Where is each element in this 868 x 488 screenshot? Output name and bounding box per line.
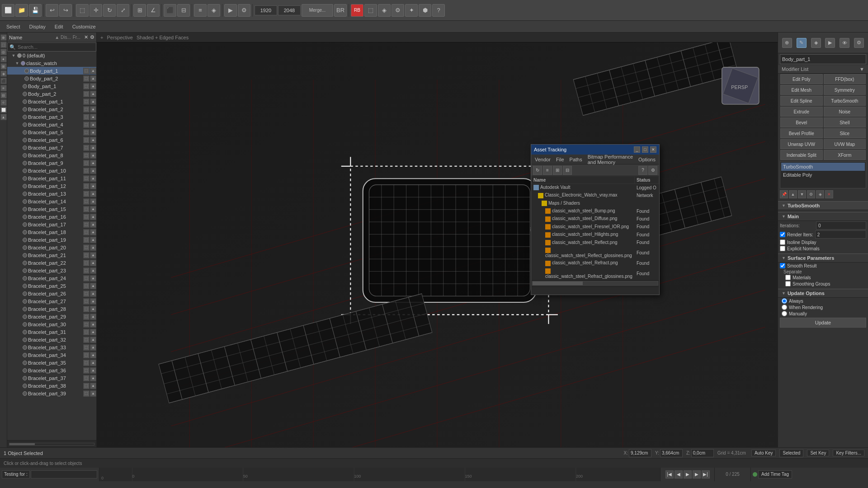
tree-item-classic-watch[interactable]: ▼ classic_watch bbox=[7, 59, 96, 67]
tree-item-bracelet-part-7[interactable]: Bracelet_part_7 ⬚ ▲ bbox=[7, 144, 96, 151]
tree-item-bracelet-part-5[interactable]: Bracelet_part_5 ⬚ ▲ bbox=[7, 128, 96, 136]
tree-item-body-part-2[interactable]: Body_part_2 ⬚ ▲ bbox=[7, 90, 96, 98]
tree-item-bracelet-part-22[interactable]: Bracelet_part_22 ⬚ ▲ bbox=[7, 259, 96, 267]
xform-btn[interactable]: XForm bbox=[824, 150, 866, 160]
render-icon[interactable]: ▶ bbox=[224, 4, 237, 17]
dialog-minimize-btn[interactable]: _ bbox=[634, 146, 640, 153]
iterations-value[interactable]: 0 bbox=[816, 221, 866, 230]
unwrap-uvw-btn[interactable]: Unwrap UVW bbox=[780, 139, 823, 149]
tree-item-bracelet-part-17[interactable]: Bracelet_part_17 ⬚ ▲ bbox=[7, 221, 96, 228]
asset-row-hilights[interactable]: classic_watch_steel_Hilights.png Found bbox=[532, 231, 659, 239]
dialog-options-menu[interactable]: Options bbox=[637, 156, 657, 163]
testing-input[interactable] bbox=[31, 470, 97, 479]
viewport-perspective[interactable]: Perspective bbox=[107, 35, 132, 40]
stack-arrow-up[interactable]: ▲ bbox=[789, 190, 797, 198]
viewport-plus[interactable]: + bbox=[100, 35, 103, 40]
left-tool-2[interactable]: ⬚ bbox=[0, 42, 7, 48]
stack-instance-icon[interactable]: ◈ bbox=[816, 190, 824, 198]
y-value[interactable]: 3,664cm bbox=[660, 449, 683, 457]
select-icon[interactable]: ⬚ bbox=[76, 4, 89, 17]
tree-item-bracelet-part-11[interactable]: Bracelet_part_11 ⬚ ▲ bbox=[7, 174, 96, 182]
key-filters-btn[interactable]: Key Filters... bbox=[833, 450, 864, 456]
create-icon[interactable]: ⊕ bbox=[782, 38, 792, 48]
help-icon[interactable]: ? bbox=[432, 4, 445, 17]
render2-icon[interactable]: ⬚ bbox=[364, 4, 377, 17]
bevel-btn[interactable]: Bevel bbox=[780, 117, 823, 127]
tree-item-bracelet-part-10[interactable]: Bracelet_part_10 ⬚ ▲ bbox=[7, 167, 96, 174]
left-tool-4[interactable]: ✦ bbox=[0, 56, 7, 62]
select-menu[interactable]: Select bbox=[4, 23, 23, 30]
mirror-icon[interactable]: ⬛ bbox=[164, 4, 176, 17]
asset-row-vault[interactable]: Autodesk Vault Logged O bbox=[532, 184, 659, 192]
set-key-btn[interactable]: Set Key bbox=[807, 450, 829, 456]
open-icon[interactable]: 📁 bbox=[15, 4, 28, 17]
dialog-close-btn[interactable]: ✕ bbox=[650, 146, 656, 153]
bevel-profile-btn[interactable]: Bevel Profile bbox=[780, 128, 823, 138]
tree-item-bracelet-part-19[interactable]: Bracelet_part_19 ⬚ ▲ bbox=[7, 236, 96, 244]
left-tool-7[interactable]: ⬛ bbox=[0, 78, 7, 84]
hierarchy-icon[interactable]: ◈ bbox=[811, 38, 821, 48]
move-icon[interactable]: ✛ bbox=[90, 4, 102, 17]
customize-menu[interactable]: Customize bbox=[70, 23, 99, 30]
tree-item-bracelet-part-37[interactable]: Bracelet_part_37 ⬚ ▲ bbox=[7, 374, 96, 382]
update-options-header[interactable]: ▼ Update Options bbox=[778, 289, 868, 298]
tree-item-bracelet-part-32[interactable]: Bracelet_part_32 ⬚ ▲ bbox=[7, 336, 96, 343]
tree-item-body-part-1[interactable]: Body_part_1 ⬚ ▲ bbox=[7, 67, 96, 75]
dialog-settings-icon[interactable]: ⚙ bbox=[648, 166, 657, 175]
auto-key-label[interactable]: Auto Key bbox=[751, 450, 776, 456]
tree-item-bracelet-part-12[interactable]: Bracelet_part_12 ⬚ ▲ bbox=[7, 182, 96, 190]
search-input[interactable] bbox=[18, 44, 94, 50]
tree-item-bracelet-part-34[interactable]: Bracelet_part_34 ⬚ ▲ bbox=[7, 351, 96, 359]
asset-row-fresnel[interactable]: classic_watch_steel_Fresnel_IOR.png Foun… bbox=[532, 223, 659, 230]
shell-btn[interactable]: Shell bbox=[824, 117, 866, 127]
tree-item-bracelet-part-38[interactable]: Bracelet_part_38 ⬚ ▲ bbox=[7, 382, 96, 389]
tree-item-bracelet-part-33[interactable]: Bracelet_part_33 ⬚ ▲ bbox=[7, 343, 96, 351]
asset-row-bump[interactable]: classic_watch_steel_Bump.png Found bbox=[532, 207, 659, 215]
display-menu[interactable]: Display bbox=[27, 23, 48, 30]
next-frame-btn[interactable]: ▶ bbox=[693, 470, 701, 479]
update-always-radio[interactable] bbox=[782, 298, 787, 304]
dialog-detail-icon[interactable]: ⊞ bbox=[553, 166, 562, 175]
undo-icon[interactable]: ↩ bbox=[46, 4, 58, 17]
symmetry-btn[interactable]: Symmetry bbox=[824, 85, 866, 95]
left-tool-3[interactable]: ◎ bbox=[0, 49, 7, 55]
edit-menu[interactable]: Edit bbox=[52, 23, 66, 30]
motion-icon[interactable]: ▶ bbox=[825, 38, 835, 48]
tree-item-bracelet-part-25[interactable]: Bracelet_part_25 ⬚ ▲ bbox=[7, 282, 96, 290]
layer-icon[interactable]: ≡ bbox=[194, 4, 207, 17]
redo-icon[interactable]: ↪ bbox=[59, 4, 72, 17]
turbosmooth-btn[interactable]: TurboSmooth bbox=[824, 96, 866, 106]
tree-item-bracelet-part-28[interactable]: Bracelet_part_28 ⬚ ▲ bbox=[7, 305, 96, 313]
tree-item-bracelet-part-14[interactable]: Bracelet_part_14 ⬚ ▲ bbox=[7, 197, 96, 205]
left-tool-6[interactable]: ◈ bbox=[0, 70, 7, 77]
edit-poly-btn[interactable]: Edit Poly bbox=[780, 74, 823, 84]
explicit-normals-checkbox[interactable] bbox=[780, 246, 785, 251]
tree-item-bracelet-part-20[interactable]: Bracelet_part_20 ⬚ ▲ bbox=[7, 244, 96, 251]
dialog-vendor-menu[interactable]: Vendor bbox=[533, 156, 552, 163]
update-rendering-radio[interactable] bbox=[782, 305, 787, 310]
dialog-list-icon[interactable]: ≡ bbox=[543, 166, 552, 175]
render-setup-icon[interactable]: ⚙ bbox=[238, 4, 250, 17]
tool3-icon[interactable]: ✦ bbox=[405, 4, 418, 17]
scale-icon[interactable]: ⤢ bbox=[117, 4, 129, 17]
isoline-checkbox[interactable] bbox=[780, 239, 785, 245]
pin-stack-icon[interactable]: 📌 bbox=[780, 190, 788, 198]
utilities-icon[interactable]: ⚙ bbox=[854, 38, 864, 48]
left-tool-5[interactable]: ⊞ bbox=[0, 63, 7, 70]
modifier-list-dropdown[interactable]: ▼ bbox=[859, 66, 864, 72]
edit-mesh-btn[interactable]: Edit Mesh bbox=[780, 85, 823, 95]
new-icon[interactable]: ⬜ bbox=[2, 4, 14, 17]
left-tool-9[interactable]: ⊟ bbox=[0, 92, 7, 99]
asset-row-diffuse[interactable]: classic_watch_steel_Diffuse.png Found bbox=[532, 215, 659, 223]
tree-item-bracelet-part-24[interactable]: Bracelet_part_24 ⬚ ▲ bbox=[7, 274, 96, 282]
stack-item-turbosmooth[interactable]: TurboSmooth bbox=[781, 163, 865, 171]
dialog-maximize-btn[interactable]: □ bbox=[642, 146, 648, 153]
snap-icon[interactable]: ⊞ bbox=[133, 4, 146, 17]
noise-btn[interactable]: Noise bbox=[824, 107, 866, 117]
left-tool-10[interactable]: ✧ bbox=[0, 99, 7, 106]
turbosmooth-section-header[interactable]: ▼ TurboSmooth bbox=[778, 201, 868, 210]
height-input[interactable] bbox=[278, 5, 301, 15]
tree-item-bracelet-part-6[interactable]: Bracelet_part_6 ⬚ ▲ bbox=[7, 136, 96, 144]
left-tool-11[interactable]: ⬜ bbox=[0, 107, 7, 113]
z-value[interactable]: 0,0cm bbox=[691, 449, 714, 457]
